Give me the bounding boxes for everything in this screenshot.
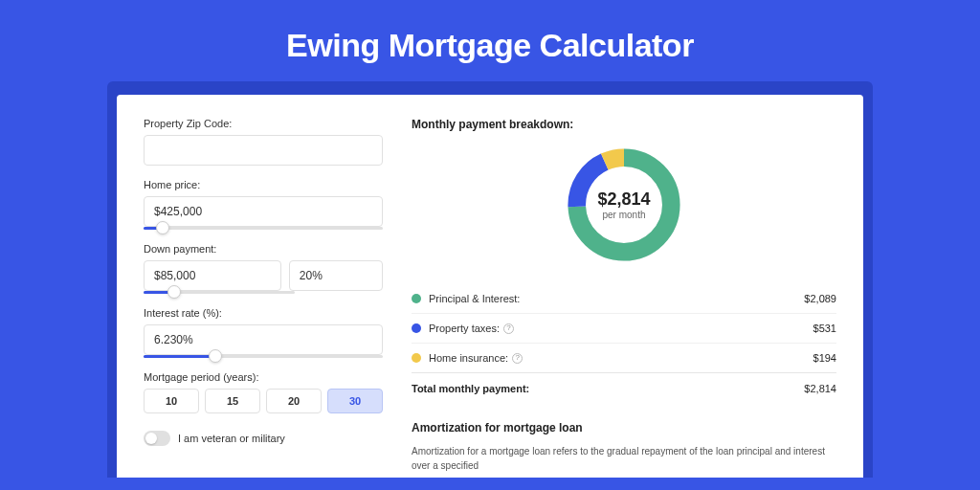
legend-row: Property taxes:?$531 [412, 314, 836, 344]
home-price-field-group: Home price: [144, 179, 383, 230]
legend-item-name: Property taxes:? [429, 323, 813, 334]
home-price-label: Home price: [144, 179, 383, 190]
down-payment-pct-input[interactable] [289, 260, 383, 291]
interest-label: Interest rate (%): [144, 307, 383, 319]
period-options: 10152030 [144, 389, 383, 413]
down-payment-slider[interactable] [144, 291, 295, 294]
veteran-label: I am veteran or military [178, 433, 285, 444]
period-field-group: Mortgage period (years): 10152030 [144, 371, 383, 413]
legend-dot-icon [412, 294, 421, 303]
calculator-card: Property Zip Code: Home price: Down paym… [117, 95, 863, 478]
period-btn-15[interactable]: 15 [205, 389, 260, 413]
down-payment-slider-thumb[interactable] [167, 285, 181, 299]
amortization-text: Amortization for a mortgage loan refers … [412, 444, 836, 473]
legend-item-value: $194 [813, 352, 836, 364]
form-column: Property Zip Code: Home price: Down paym… [144, 118, 383, 478]
legend-row: Principal & Interest:$2,089 [412, 284, 836, 314]
donut-center-value: $2,814 [597, 189, 650, 210]
card-backdrop: Property Zip Code: Home price: Down paym… [107, 81, 873, 478]
down-payment-label: Down payment: [144, 243, 383, 255]
help-icon[interactable]: ? [512, 353, 523, 364]
amortization-section: Amortization for mortgage loan Amortizat… [412, 421, 836, 473]
legend-dot-icon [412, 353, 421, 363]
help-icon[interactable]: ? [503, 323, 514, 334]
legend-item-value: $2,089 [804, 293, 836, 304]
interest-field-group: Interest rate (%): [144, 307, 383, 358]
legend-total-value: $2,814 [804, 383, 836, 394]
home-price-input[interactable] [144, 196, 383, 227]
veteran-toggle-row: I am veteran or military [144, 431, 383, 446]
donut-chart: $2,814 per month [562, 143, 686, 267]
legend-total-row: Total monthly payment: $2,814 [412, 373, 836, 404]
period-label: Mortgage period (years): [144, 371, 383, 383]
veteran-toggle[interactable] [144, 431, 170, 446]
period-btn-30[interactable]: 30 [327, 389, 383, 413]
amortization-title: Amortization for mortgage loan [412, 421, 836, 434]
breakdown-column: Monthly payment breakdown: $2,814 per mo… [412, 118, 836, 478]
legend-dot-icon [412, 323, 421, 333]
breakdown-title: Monthly payment breakdown: [412, 118, 836, 131]
legend-list: Principal & Interest:$2,089Property taxe… [412, 284, 836, 373]
down-payment-amount-input[interactable] [144, 260, 281, 291]
donut-center-label: per month [597, 210, 650, 220]
interest-input[interactable] [144, 324, 383, 355]
interest-slider-thumb[interactable] [209, 349, 222, 363]
page-title: Ewing Mortgage Calculator [0, 0, 980, 81]
legend-row: Home insurance:?$194 [412, 344, 836, 373]
donut-chart-wrap: $2,814 per month [412, 143, 836, 267]
veteran-toggle-knob [145, 433, 157, 444]
legend-total-label: Total monthly payment: [412, 383, 804, 394]
period-btn-20[interactable]: 20 [266, 389, 322, 413]
interest-slider-fill [144, 355, 215, 358]
zip-input[interactable] [144, 135, 383, 166]
home-price-slider-thumb[interactable] [156, 221, 169, 234]
interest-slider[interactable] [144, 355, 383, 358]
legend-item-name: Principal & Interest: [429, 293, 804, 304]
zip-label: Property Zip Code: [144, 118, 383, 129]
down-payment-field-group: Down payment: [144, 243, 383, 294]
legend-item-value: $531 [813, 323, 836, 334]
period-btn-10[interactable]: 10 [144, 389, 199, 413]
zip-field-group: Property Zip Code: [144, 118, 383, 166]
legend-item-name: Home insurance:? [429, 352, 813, 364]
home-price-slider[interactable] [144, 227, 383, 230]
donut-center: $2,814 per month [597, 189, 650, 220]
